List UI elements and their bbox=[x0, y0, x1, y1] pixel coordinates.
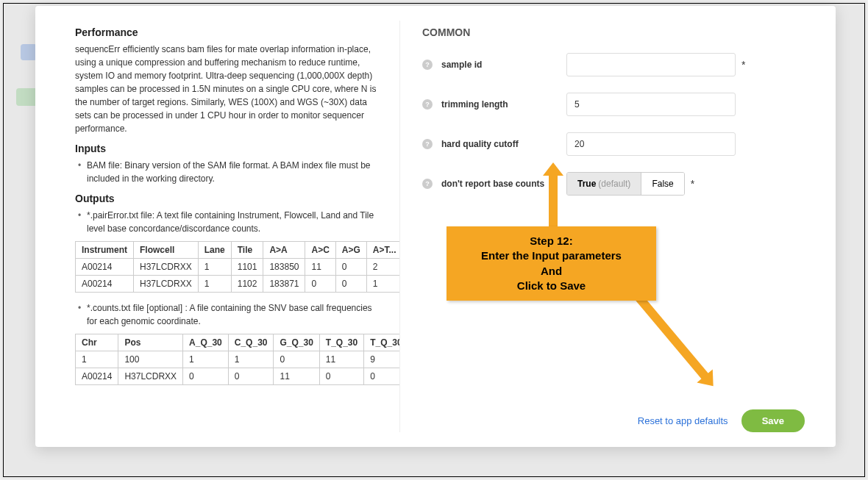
table-cell: 0 bbox=[335, 259, 366, 276]
counts-table: ChrPosA_Q_30C_Q_30G_Q_30T_Q_30T_Q_30N_Q_… bbox=[75, 334, 399, 385]
hard-quality-row: ? hard quality cutoff bbox=[422, 132, 805, 156]
table-row: A00214H37LCDRXX111011838501102 bbox=[76, 259, 400, 276]
table-cell: 1 bbox=[76, 351, 118, 368]
documentation-panel: Performance sequencErr efficiently scans… bbox=[35, 6, 399, 447]
table-cell: 2 bbox=[366, 259, 399, 276]
table-cell: A00214 bbox=[76, 259, 134, 276]
annotation-arrow-up-icon bbox=[549, 173, 558, 230]
table-cell: 0 bbox=[335, 276, 366, 293]
table-header: Instrument bbox=[76, 242, 134, 259]
sample-id-row: ? sample id * bbox=[422, 53, 805, 76]
inputs-heading: Inputs bbox=[75, 143, 377, 154]
required-star-icon: * bbox=[691, 178, 694, 190]
sample-id-input[interactable] bbox=[566, 53, 736, 76]
table-cell: 11 bbox=[274, 368, 319, 385]
table-header: Chr bbox=[76, 334, 118, 351]
save-button[interactable]: Save bbox=[741, 409, 805, 432]
table-cell: 183850 bbox=[263, 259, 305, 276]
table-cell: 1102 bbox=[231, 276, 263, 293]
table-cell: 0 bbox=[305, 276, 335, 293]
table-cell: H37LCDRXX bbox=[134, 259, 199, 276]
table-row: A00214H37LCDRXX11102183871001 bbox=[76, 276, 400, 293]
table-header: C_Q_30 bbox=[228, 334, 274, 351]
table-cell: 9 bbox=[364, 351, 399, 368]
table-cell: H37LCDRXX bbox=[134, 276, 199, 293]
sample-id-label: sample id bbox=[441, 60, 566, 70]
table-cell: 0 bbox=[364, 368, 399, 385]
help-icon[interactable]: ? bbox=[422, 60, 433, 70]
toggle-false-button[interactable]: False bbox=[641, 173, 683, 195]
table-header: Tile bbox=[231, 242, 263, 259]
table-header: T_Q_30 bbox=[319, 334, 363, 351]
table-header: A>C bbox=[305, 242, 335, 259]
performance-heading: Performance bbox=[75, 26, 377, 38]
table-cell: A00214 bbox=[76, 368, 118, 385]
table-header: A_Q_30 bbox=[183, 334, 229, 351]
table-cell: 0 bbox=[319, 368, 363, 385]
table-cell: A00214 bbox=[76, 276, 134, 293]
help-icon[interactable]: ? bbox=[422, 99, 433, 110]
trimming-length-row: ? trimming length bbox=[422, 93, 805, 116]
required-star-icon: * bbox=[741, 59, 745, 71]
dont-report-row: ? don't report base counts True(default)… bbox=[422, 172, 805, 196]
table-cell: 0 bbox=[183, 368, 229, 385]
common-section-title: COMMON bbox=[422, 26, 805, 38]
table-cell: 1 bbox=[228, 351, 274, 368]
dont-report-toggle: True(default) False bbox=[566, 172, 685, 196]
reset-defaults-link[interactable]: Reset to app defaults bbox=[638, 415, 728, 426]
table-header: G_Q_30 bbox=[274, 334, 319, 351]
hard-quality-label: hard quality cutoff bbox=[441, 139, 566, 149]
table-cell: 0 bbox=[228, 368, 274, 385]
table-cell: 0 bbox=[274, 351, 319, 368]
table-row: A00214H37LCDRXX00110011 bbox=[76, 368, 400, 385]
help-icon[interactable]: ? bbox=[422, 139, 433, 149]
inputs-bullet: BAM file: Binary version of the SAM file… bbox=[87, 159, 377, 185]
toggle-true-button[interactable]: True(default) bbox=[567, 173, 641, 195]
table-header: A>T... bbox=[366, 242, 399, 259]
outputs-heading: Outputs bbox=[75, 193, 377, 204]
table-cell: H37LCDRXX bbox=[118, 368, 183, 385]
trimming-length-label: trimming length bbox=[441, 99, 566, 110]
dont-report-label: don't report base counts bbox=[441, 179, 566, 189]
table-row: 110011011911 bbox=[76, 351, 400, 368]
table-header: Lane bbox=[198, 242, 231, 259]
table-header: Pos bbox=[118, 334, 183, 351]
table-cell: 1101 bbox=[231, 259, 263, 276]
footer-actions: Reset to app defaults Save bbox=[638, 409, 805, 432]
table-header: A>G bbox=[335, 242, 366, 259]
table-cell: 100 bbox=[118, 351, 183, 368]
outputs-bullet-1: *.pairError.txt file: A text file contai… bbox=[87, 209, 377, 235]
table-cell: 1 bbox=[183, 351, 229, 368]
table-header: A>A bbox=[263, 242, 305, 259]
table-cell: 1 bbox=[198, 276, 231, 293]
table-cell: 183871 bbox=[263, 276, 305, 293]
table-header: Flowcell bbox=[134, 242, 199, 259]
table-cell: 1 bbox=[366, 276, 399, 293]
trimming-length-input[interactable] bbox=[566, 93, 736, 116]
table-header: T_Q_30 bbox=[364, 334, 399, 351]
table-cell: 11 bbox=[319, 351, 363, 368]
outputs-bullet-2: *.counts.txt file [optional] : A file co… bbox=[87, 301, 377, 328]
pair-error-table: InstrumentFlowcellLaneTileA>AA>CA>GA>T..… bbox=[75, 241, 399, 293]
hard-quality-input[interactable] bbox=[566, 132, 736, 156]
table-cell: 11 bbox=[305, 259, 335, 276]
help-icon[interactable]: ? bbox=[422, 179, 433, 189]
step-callout: Step 12: Enter the Input parameters And … bbox=[447, 226, 656, 301]
performance-text: sequencErr efficiently scans bam files f… bbox=[75, 43, 377, 135]
table-cell: 1 bbox=[198, 259, 231, 276]
